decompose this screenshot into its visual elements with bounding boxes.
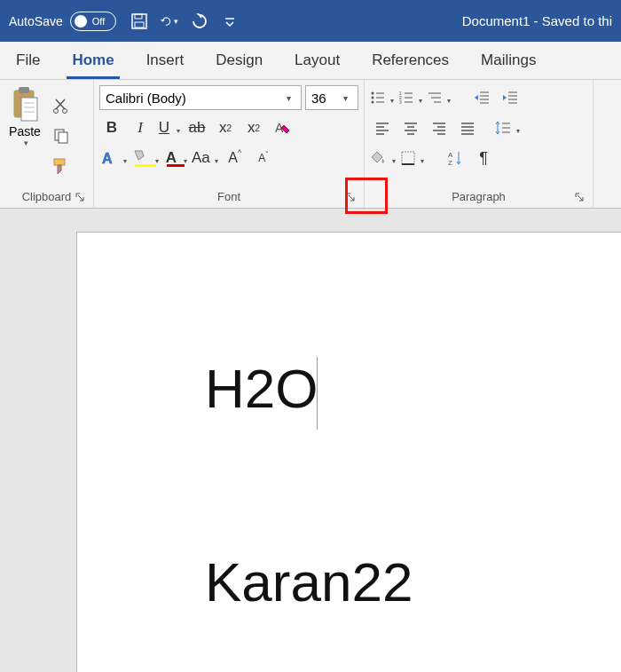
- bullets-button[interactable]: ▾: [370, 85, 395, 110]
- font-group: ▾ 36 ▾ B I U▾ ab x2 x2 A A: [94, 80, 365, 208]
- paragraph-group-label: Paragraph: [452, 190, 506, 203]
- chevron-down-icon: ▾: [281, 93, 295, 103]
- chevron-down-icon: ▾: [174, 17, 178, 26]
- svg-rect-0: [132, 14, 146, 28]
- increase-indent-button[interactable]: [498, 85, 523, 110]
- chevron-down-icon: ▾: [177, 127, 180, 135]
- autosave-switch[interactable]: Off: [70, 12, 116, 31]
- sort-button[interactable]: AZ: [443, 146, 468, 170]
- svg-point-10: [54, 109, 59, 114]
- svg-rect-2: [135, 22, 144, 28]
- superscript-button[interactable]: x2: [241, 115, 266, 140]
- grow-font-button[interactable]: A^: [223, 146, 248, 170]
- paste-label: Paste: [9, 124, 41, 138]
- chevron-down-icon: ▾: [123, 157, 127, 165]
- paragraph-group: ▾ 123▾ ▾ ▾ ▾ ▾ AZ ¶: [365, 80, 593, 208]
- line-spacing-button[interactable]: ▾: [494, 115, 521, 140]
- font-size-value: 36: [311, 91, 338, 106]
- clipboard-group: Paste ▾ Clipboard: [0, 80, 94, 208]
- font-size-combo[interactable]: 36 ▾: [305, 85, 358, 110]
- strikethrough-button[interactable]: ab: [185, 115, 209, 140]
- tab-home[interactable]: Home: [56, 42, 130, 79]
- show-hide-marks-button[interactable]: ¶: [471, 146, 496, 170]
- svg-rect-59: [402, 152, 414, 164]
- text-effects-button[interactable]: A ▾: [99, 146, 128, 170]
- font-name-combo[interactable]: ▾: [99, 85, 302, 110]
- change-case-button[interactable]: Aa▾: [192, 146, 219, 170]
- font-color-swatch: [167, 164, 185, 167]
- customize-qat-button[interactable]: [221, 12, 239, 30]
- align-center-button[interactable]: [398, 115, 423, 140]
- svg-rect-14: [54, 159, 65, 165]
- shading-button[interactable]: ▾: [370, 146, 397, 170]
- svg-point-19: [372, 97, 374, 99]
- borders-button[interactable]: ▾: [400, 146, 425, 170]
- page[interactable]: H2O Karan22: [76, 232, 621, 672]
- clipboard-launcher[interactable]: [74, 191, 86, 203]
- svg-point-11: [63, 109, 67, 114]
- chevron-down-icon: ▾: [447, 97, 451, 105]
- font-name-input[interactable]: [106, 91, 281, 106]
- copy-button[interactable]: [50, 124, 73, 147]
- svg-text:3: 3: [399, 99, 402, 105]
- tab-layout[interactable]: Layout: [279, 42, 356, 79]
- toggle-knob: [75, 15, 87, 28]
- numbering-button[interactable]: 123▾: [398, 85, 423, 110]
- tab-references[interactable]: References: [356, 42, 465, 79]
- document-text-line2[interactable]: Karan22: [205, 550, 413, 613]
- justify-button[interactable]: [455, 115, 480, 140]
- paragraph-launcher[interactable]: [573, 191, 586, 203]
- text-cursor: [317, 357, 318, 430]
- chevron-down-icon: ▾: [24, 138, 28, 147]
- quick-access-toolbar: ▾: [130, 12, 239, 30]
- decrease-indent-button[interactable]: [469, 85, 494, 110]
- format-painter-button[interactable]: [50, 154, 73, 178]
- document-area: H2O Karan22: [0, 209, 621, 672]
- chevron-down-icon: ▾: [184, 157, 187, 165]
- align-left-button[interactable]: [370, 115, 395, 140]
- svg-rect-6: [21, 98, 37, 121]
- bold-button[interactable]: B: [99, 115, 124, 140]
- undo-button[interactable]: ▾: [161, 12, 178, 30]
- underline-button[interactable]: U▾: [156, 115, 181, 140]
- chevron-down-icon: ▾: [392, 157, 396, 165]
- document-text-line1[interactable]: H2O: [205, 357, 318, 420]
- highlight-color-swatch: [135, 164, 156, 167]
- ribbon-tabs: File Home Insert Design Layout Reference…: [0, 42, 621, 80]
- italic-button[interactable]: I: [128, 115, 153, 140]
- save-icon[interactable]: [130, 12, 148, 30]
- multilevel-list-button[interactable]: ▾: [427, 85, 452, 110]
- align-right-button[interactable]: [427, 115, 452, 140]
- document-title: Document1 - Saved to thi: [246, 13, 612, 28]
- svg-text:Z: Z: [448, 159, 452, 167]
- chevron-down-icon: ▾: [215, 157, 218, 165]
- autosave-label: AutoSave: [9, 14, 63, 28]
- font-color-button[interactable]: A ▾: [163, 146, 188, 170]
- tab-file[interactable]: File: [0, 42, 56, 79]
- svg-text:A: A: [102, 151, 113, 166]
- clear-formatting-button[interactable]: A: [270, 115, 295, 140]
- chevron-down-icon: ▾: [155, 157, 159, 165]
- chevron-down-icon: ▾: [390, 97, 394, 105]
- ribbon: Paste ▾ Clipboard: [0, 80, 621, 209]
- autosave-state: Off: [92, 16, 105, 27]
- subscript-button[interactable]: x2: [213, 115, 238, 140]
- font-group-label: Font: [217, 190, 240, 203]
- chevron-down-icon: ▾: [516, 127, 520, 135]
- repeat-button[interactable]: [191, 12, 208, 30]
- autosave-toggle[interactable]: AutoSave Off: [9, 12, 116, 31]
- svg-point-17: [372, 92, 374, 95]
- cut-button[interactable]: [50, 94, 73, 117]
- tab-design[interactable]: Design: [200, 42, 279, 79]
- svg-rect-13: [59, 132, 67, 143]
- svg-rect-5: [19, 87, 29, 93]
- highlight-button[interactable]: ▾: [131, 146, 160, 170]
- chevron-down-icon: ▾: [338, 93, 352, 103]
- paste-button[interactable]: Paste ▾: [5, 85, 44, 186]
- clipboard-group-label: Clipboard: [22, 190, 72, 203]
- shrink-font-button[interactable]: Aˇ: [251, 146, 276, 170]
- title-bar: AutoSave Off ▾ Document1 - Saved to thi: [0, 0, 621, 42]
- paste-icon: [9, 85, 41, 124]
- tab-mailings[interactable]: Mailings: [465, 42, 552, 79]
- tab-insert[interactable]: Insert: [130, 42, 200, 79]
